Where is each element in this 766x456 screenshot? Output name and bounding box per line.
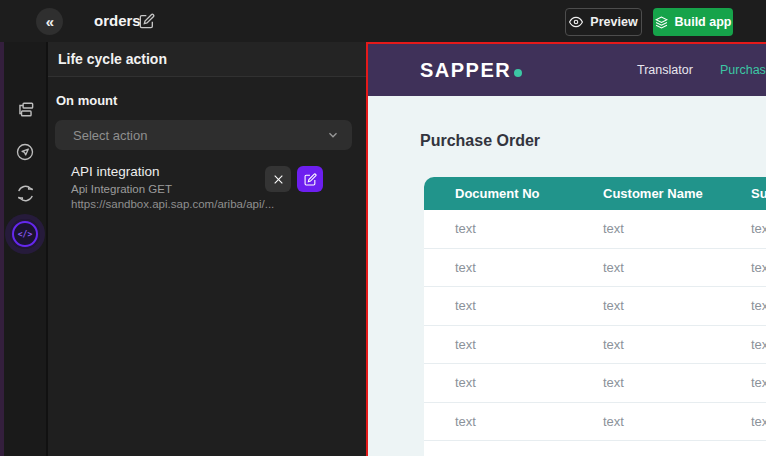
table-cell: text [424,221,572,236]
table-cell: text [572,414,720,429]
table-cell: text [424,414,572,429]
sidebar-item-pages[interactable] [10,94,40,124]
nav-link-purchase[interactable]: Purchase [720,63,766,77]
nav-link-translator[interactable]: Translator [637,63,693,77]
sync-icon [16,184,35,203]
table-row: text text text [424,249,766,288]
app-preview-frame[interactable]: SAPPER Translator Purchase Purchase Orde… [366,42,766,456]
panel-header: Life cycle action [48,42,366,77]
double-chevron-left-icon: « [46,13,53,30]
edit-action-button[interactable] [297,166,323,192]
table-cell: text [720,298,766,313]
rename-title-button[interactable] [139,13,155,29]
preview-button[interactable]: Preview [565,8,642,36]
action-url: https://sandbox.api.sap.com/ariba/api/..… [71,198,281,210]
table-header-cell: Customer Name [572,186,720,201]
table-cell: text [424,337,572,352]
app-title: orders [94,12,141,29]
table-cell: text [720,375,766,390]
select-action-placeholder: Select action [73,128,326,143]
table-header-cell: Document No [424,186,572,201]
table-row: text text text [424,364,766,403]
collapse-sidebar-button[interactable]: « [36,8,63,35]
send-icon [15,142,35,162]
table-cell: text [572,260,720,275]
table-cell: text [572,375,720,390]
table-cell: text [424,260,572,275]
build-app-button-label: Build app [675,15,732,29]
layers-icon [655,16,668,29]
table-cell: text [424,298,572,313]
table-cell: text [720,221,766,236]
table-cell: text [572,337,720,352]
preview-page-content: Purchase Order Document No Customer Name… [368,96,766,456]
preview-button-label: Preview [590,15,637,29]
code-icon: </> [12,221,38,247]
table-header-cell: Sup [720,186,766,201]
app-frame: « orders Preview Build app [0,0,766,456]
sidebar-item-publish[interactable] [10,137,40,167]
pencil-square-icon [139,13,155,29]
table-cell: text [720,414,766,429]
pencil-square-icon [304,173,317,186]
layout-pages-icon [16,100,35,119]
icon-sidebar: </> [4,42,48,456]
eye-icon [569,15,583,29]
top-bar: « orders Preview Build app [0,0,766,42]
table-header-row: Document No Customer Name Sup [424,177,766,210]
sidebar-item-integrations[interactable] [10,178,40,208]
sidebar-item-lifecycle-code[interactable]: </> [10,219,40,249]
table-cell: text [424,375,572,390]
on-mount-label: On mount [56,93,366,108]
action-card: API integration Api Integration GET http… [71,164,343,210]
purchase-order-table: Document No Customer Name Sup text text … [424,177,766,456]
preview-page-title: Purchase Order [420,132,540,150]
table-cell: text [720,260,766,275]
brand-name: SAPPER [420,59,511,82]
brand-logo: SAPPER [420,59,522,82]
brand-dot-icon [514,69,522,77]
table-cell: text [720,337,766,352]
panel-header-label: Life cycle action [58,51,167,67]
build-app-button[interactable]: Build app [653,8,733,36]
table-cell: text [572,221,720,236]
close-icon [272,173,285,186]
remove-action-button[interactable] [265,166,291,192]
table-cell: text [572,298,720,313]
lifecycle-panel: Life cycle action On mount Select action… [48,42,366,456]
table-row: text text text [424,287,766,326]
table-row: text text text [424,326,766,365]
preview-site-header: SAPPER Translator Purchase [368,44,766,96]
select-action-dropdown[interactable]: Select action [55,120,352,150]
table-row: text text text [424,210,766,249]
table-partial-row [424,441,766,456]
chevron-down-icon [326,128,340,142]
table-row: text text text [424,403,766,442]
